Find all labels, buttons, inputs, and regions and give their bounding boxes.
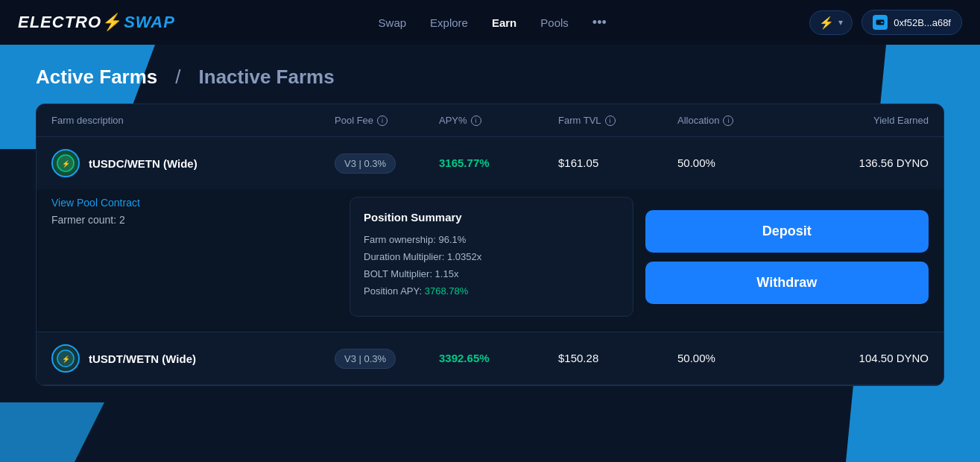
th-pool-fee: Pool Fee i [335,115,439,126]
svg-text:⚡: ⚡ [62,355,71,364]
yield-2: 104.50 DYNO [782,352,929,365]
farm-name-1: tUSDC/WETN (Wide) [89,157,197,170]
table-header: Farm description Pool Fee i APY% i Farm … [37,104,943,137]
allocation-info-icon[interactable]: i [723,116,733,126]
th-allocation: Allocation i [677,115,782,126]
farm-table: Farm description Pool Fee i APY% i Farm … [36,104,944,386]
action-buttons: Deposit Withdraw [645,197,929,317]
nav-earn[interactable]: Earn [492,16,516,29]
svg-text:⚡: ⚡ [62,159,71,168]
tvl-2: $150.28 [558,352,677,365]
position-summary: Position Summary Farm ownership: 96.1% D… [350,197,633,317]
position-summary-title: Position Summary [364,211,619,224]
farm-info-1: ⚡ tUSDC/WETN (Wide) [51,149,335,177]
farm-row-main-2[interactable]: ⚡ tUSDT/WETN (Wide) V3 | 0.3% 3392.65% $… [37,332,943,385]
svg-rect-1 [881,22,883,23]
th-apy: APY% i [439,115,558,126]
network-button[interactable]: ⚡ ▾ [809,10,853,35]
th-farm-tvl: Farm TVL i [558,115,677,126]
logo-swap-text: SWAP [124,13,175,32]
farm-row-1: ⚡ tUSDC/WETN (Wide) V3 | 0.3% 3165.77% $… [37,137,943,332]
yield-1: 136.56 DYNO [782,156,929,170]
nav-swap[interactable]: Swap [379,16,407,29]
allocation-1: 50.00% [677,156,782,170]
stat-farm-ownership: Farm ownership: 96.1% [364,234,619,245]
view-pool-contract-link[interactable]: View Pool Contract [51,197,335,209]
withdraw-button[interactable]: Withdraw [645,262,929,304]
token-icon-tusdt: ⚡ [51,344,80,373]
logo-bolt-icon: ⚡ [102,13,123,32]
navbar: ElectroSwap ELECTRO ⚡ SWAP Swap Explore … [0,0,980,45]
farm-row-main-1[interactable]: ⚡ tUSDC/WETN (Wide) V3 | 0.3% 3165.77% $… [37,137,943,189]
tab-inactive-farms[interactable]: Inactive Farms [199,66,335,89]
logo-text: ELECTRO [18,13,101,32]
farm-row-2: ⚡ tUSDT/WETN (Wide) V3 | 0.3% 3392.65% $… [37,332,943,385]
farm-info-2: ⚡ tUSDT/WETN (Wide) [51,344,335,373]
farmer-count: Farmer count: 2 [51,214,125,226]
tab-active-farms[interactable]: Active Farms [36,66,157,89]
th-farm-description: Farm description [51,115,335,126]
pool-fee-badge-2: V3 | 0.3% [335,352,439,365]
wallet-button[interactable]: 0xf52B...a68f [862,10,962,35]
stat-position-apy: Position APY: 3768.78% [364,285,619,297]
stat-duration-multiplier: Duration Multiplier: 1.0352x [364,251,619,262]
farm-expanded-1: View Pool Contract Farmer count: 2 Posit… [37,189,943,332]
deposit-button[interactable]: Deposit [645,210,929,253]
th-yield-earned: Yield Earned [782,115,929,126]
logo: ElectroSwap ELECTRO ⚡ SWAP [18,13,175,32]
token-icon-tusdc: ⚡ [51,149,80,177]
bolt-network-icon: ⚡ [819,16,834,30]
farm-name-2: tUSDT/WETN (Wide) [89,352,196,365]
tvl-1: $161.05 [558,156,677,170]
farm-expanded-left: View Pool Contract Farmer count: 2 [51,189,335,317]
main-content: Active Farms / Inactive Farms Farm descr… [0,45,980,401]
wallet-icon [873,15,888,30]
tab-divider: / [175,66,180,89]
farm-expanded-right: Position Summary Farm ownership: 96.1% D… [350,189,929,317]
apy-2: 3392.65% [439,352,558,365]
nav-more-icon[interactable]: ••• [592,15,607,31]
wallet-address: 0xf52B...a68f [894,17,951,28]
apy-info-icon[interactable]: i [471,116,481,126]
tvl-info-icon[interactable]: i [605,116,616,126]
pool-fee-badge-1: V3 | 0.3% [335,156,439,170]
nav-pools[interactable]: Pools [540,16,569,29]
apy-1: 3165.77% [439,156,558,170]
nav-right: ⚡ ▾ 0xf52B...a68f [809,10,962,35]
pool-fee-info-icon[interactable]: i [377,116,388,126]
allocation-2: 50.00% [677,352,782,365]
network-chevron: ▾ [838,17,843,28]
svg-rect-0 [876,19,885,25]
nav-links: Swap Explore Earn Pools ••• [379,15,607,31]
page-tabs: Active Farms / Inactive Farms [36,66,944,89]
stat-bolt-multiplier: BOLT Multiplier: 1.15x [364,268,619,279]
nav-explore[interactable]: Explore [430,16,468,29]
